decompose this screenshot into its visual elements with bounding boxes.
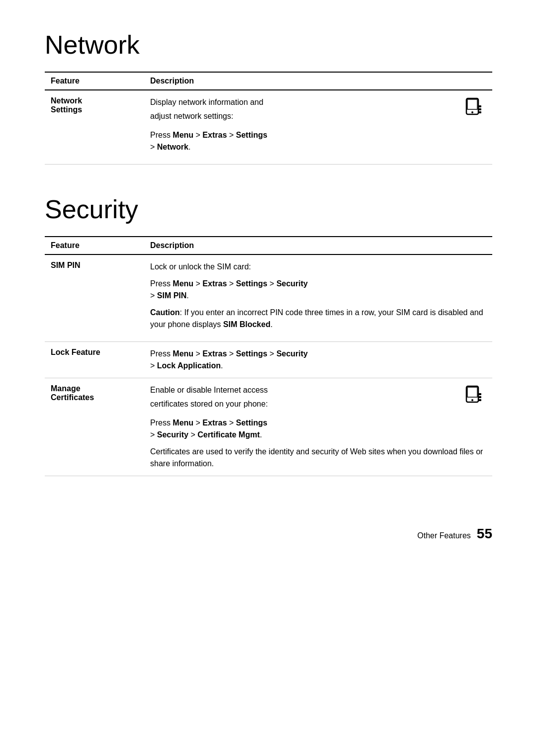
- svg-rect-9: [478, 393, 481, 395]
- svg-rect-7: [467, 387, 477, 397]
- network-settings-feature: Network Settings: [45, 90, 144, 165]
- phone-icon: [462, 96, 486, 124]
- network-desc-line1: Display network information and: [150, 96, 264, 108]
- manage-certs-press: Press Menu > Extras > Settings > Securit…: [150, 419, 268, 439]
- manage-certs-line1: Manage: [51, 384, 81, 393]
- svg-rect-11: [478, 399, 481, 401]
- network-settings-line2: Settings: [51, 105, 82, 114]
- manage-certs-cert-text: Certificates are used to verify the iden…: [150, 446, 486, 470]
- svg-rect-1: [467, 99, 477, 109]
- security-table: Feature Description SIM PIN Lock or unlo…: [45, 236, 492, 476]
- network-feature-header: Feature: [45, 72, 144, 90]
- footer-page-number: 55: [477, 526, 492, 542]
- sim-pin-intro: Lock or unlock the SIM card:: [150, 262, 251, 271]
- network-description-header: Description: [144, 72, 492, 90]
- svg-rect-10: [478, 396, 481, 398]
- manage-certs-feature: Manage Certificates: [45, 378, 144, 476]
- svg-rect-3: [478, 105, 481, 107]
- svg-rect-5: [478, 111, 481, 113]
- svg-point-8: [471, 399, 473, 401]
- svg-point-2: [471, 111, 473, 113]
- svg-rect-4: [478, 108, 481, 110]
- sim-pin-feature: SIM PIN: [45, 254, 144, 342]
- manage-certs-line2: Certificates: [51, 393, 94, 402]
- network-table: Feature Description Network Settings Dis…: [45, 72, 492, 165]
- sim-pin-press: Press Menu > Extras > Settings > Securit…: [150, 279, 308, 300]
- security-description-header: Description: [144, 237, 492, 254]
- manage-certs-desc: Enable or disable Internet access certif…: [144, 378, 492, 476]
- network-desc-line2: adjust network settings:: [150, 110, 264, 122]
- table-row: Lock Feature Press Menu > Extras > Setti…: [45, 342, 492, 378]
- phone-icon-2: [462, 384, 486, 412]
- manage-certs-desc-line2: certificates stored on your phone:: [150, 398, 268, 410]
- security-table-wrapper: Feature Description SIM PIN Lock or unlo…: [45, 236, 492, 476]
- network-title: Network: [45, 30, 492, 60]
- security-title: Security: [45, 194, 492, 224]
- network-table-wrapper: Feature Description Network Settings Dis…: [45, 72, 492, 165]
- footer-text: Other Features: [417, 531, 471, 540]
- lock-feature-feature: Lock Feature: [45, 342, 144, 378]
- network-press-path: Press Menu > Extras > Settings > Network…: [150, 129, 486, 153]
- network-settings-line1: Network: [51, 96, 82, 105]
- manage-certs-desc-line1: Enable or disable Internet access: [150, 384, 268, 396]
- lock-feature-desc: Press Menu > Extras > Settings > Securit…: [144, 342, 492, 378]
- table-row: Network Settings Display network informa…: [45, 90, 492, 165]
- security-feature-header: Feature: [45, 237, 144, 254]
- table-row: SIM PIN Lock or unlock the SIM card: Pre…: [45, 254, 492, 342]
- sim-pin-caution: Caution: If you enter an incorrect PIN c…: [150, 307, 486, 331]
- lock-feature-press: Press Menu > Extras > Settings > Securit…: [150, 349, 308, 370]
- table-row: Manage Certificates Enable or disable In…: [45, 378, 492, 476]
- footer: Other Features 55: [45, 506, 492, 542]
- sim-pin-desc: Lock or unlock the SIM card: Press Menu …: [144, 254, 492, 342]
- network-settings-desc: Display network information and adjust n…: [144, 90, 492, 165]
